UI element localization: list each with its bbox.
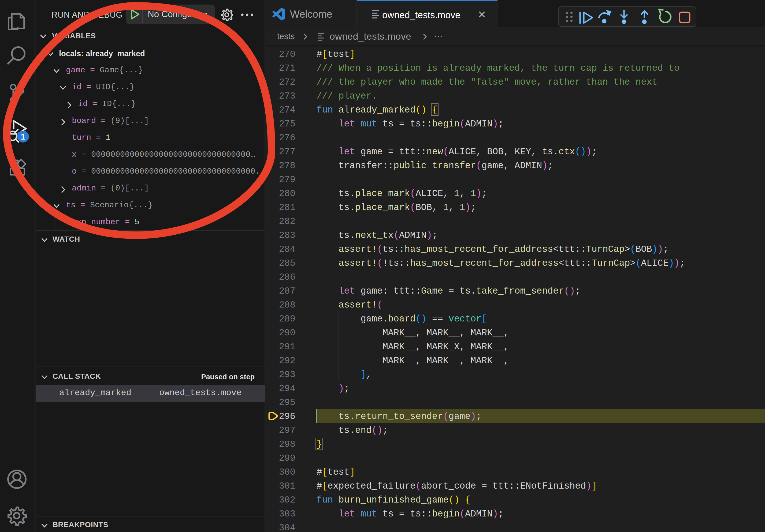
svg-text:1: 1 [21, 132, 25, 141]
